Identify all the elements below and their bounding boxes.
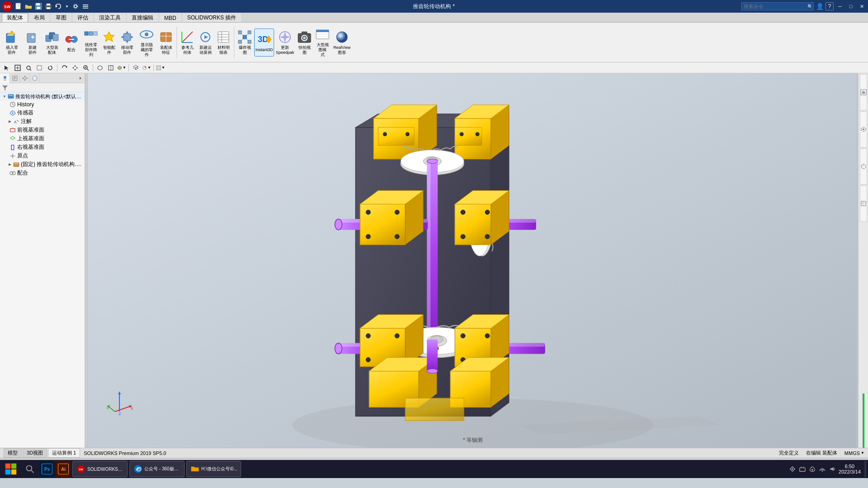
model-tab[interactable]: 模型: [4, 448, 22, 458]
rotate-view-btn[interactable]: [59, 63, 69, 72]
solidworks-taskbar-btn[interactable]: SW SOLIDWORKS P...: [72, 461, 128, 477]
start-btn[interactable]: [2, 461, 20, 477]
bom-btn[interactable]: 材料明细表: [215, 28, 232, 57]
ref-geometry-btn[interactable]: 参考几何体: [179, 28, 196, 57]
undo-btn[interactable]: [54, 2, 62, 10]
smart-fastener-btn[interactable]: 智能配件: [100, 28, 118, 57]
tray-icon-2[interactable]: [799, 465, 806, 473]
taskbar: Ps Ai SW SOLIDWORKS P... 公众号 - 360极速... …: [0, 460, 868, 478]
zoom-fit-btn[interactable]: [13, 63, 23, 72]
minimize-btn[interactable]: ─: [835, 3, 844, 10]
right-tab-3[interactable]: [860, 148, 867, 185]
property-tab[interactable]: [10, 73, 20, 83]
search-input[interactable]: [741, 2, 814, 10]
options-btn[interactable]: [71, 2, 80, 10]
tree-item-sensor[interactable]: 传感器: [0, 109, 85, 117]
extras-btn[interactable]: [81, 2, 90, 10]
files-taskbar-btn[interactable]: H:\微信公众号\0...: [186, 461, 241, 477]
tree-item-origin[interactable]: 原点: [0, 152, 85, 160]
svg-rect-31: [89, 32, 93, 35]
tab-assembly[interactable]: 装配体: [2, 13, 28, 22]
user-icon[interactable]: 👤: [816, 2, 824, 10]
select-arrow-btn[interactable]: [2, 63, 12, 72]
tab-render[interactable]: 渲染工具: [94, 13, 126, 22]
view-settings-btn[interactable]: ▼: [156, 63, 166, 72]
tray-icon-3[interactable]: [809, 465, 816, 473]
large-view-btn[interactable]: 大型视图模式: [314, 28, 331, 57]
zoom-view-btn[interactable]: [81, 63, 91, 72]
undo-dropdown[interactable]: ▼: [64, 2, 70, 10]
explode-view-btn[interactable]: 爆炸视图: [236, 28, 253, 57]
help-btn[interactable]: ?: [825, 2, 834, 10]
open-file-btn[interactable]: [24, 2, 33, 10]
display-style-btn[interactable]: ▼: [117, 63, 127, 72]
tree-root[interactable]: ▼ 推齿轮传动机构 (默认<默认_显示状态-: [0, 92, 85, 100]
svg-marker-39: [121, 36, 123, 38]
search-taskbar-btn[interactable]: [22, 461, 38, 477]
snapshot-btn[interactable]: 快拍视图: [296, 28, 313, 57]
photoshop-btn[interactable]: Ps: [40, 461, 54, 477]
tray-icon-1[interactable]: [789, 465, 796, 473]
viewport[interactable]: Z X Y * 等轴测: [88, 73, 858, 448]
right-tab-1[interactable]: [860, 74, 867, 110]
tab-plugins[interactable]: SOLIDWORKS 插件: [182, 13, 242, 22]
instant3d-btn[interactable]: 3D Instant3D: [254, 28, 274, 57]
right-accent-tab[interactable]: [863, 393, 864, 448]
assembly-feature-btn[interactable]: 装配体特征: [157, 28, 175, 57]
box-select-btn[interactable]: [34, 63, 44, 72]
config-tab[interactable]: [20, 73, 30, 83]
large-assembly-btn[interactable]: 大型装配体: [43, 28, 61, 57]
panel-expand-arrow[interactable]: [76, 73, 85, 83]
volume-icon[interactable]: [829, 465, 836, 473]
new-file-btn[interactable]: [14, 2, 23, 10]
tab-layout[interactable]: 布局: [29, 13, 50, 22]
tree-item-front-plane[interactable]: 前视基准面: [0, 126, 85, 134]
insert-component-btn[interactable]: 插入零 部件: [2, 28, 22, 57]
show-hide-btn[interactable]: 显示隐藏的零件: [137, 28, 157, 57]
speedpak-btn[interactable]: 更新Speedpak: [275, 28, 295, 57]
print-btn[interactable]: [44, 2, 52, 10]
svg-rect-59: [238, 40, 242, 43]
right-tab-4[interactable]: [860, 185, 867, 222]
motion-tab[interactable]: 运动算例 1: [48, 448, 80, 458]
edge-taskbar-btn[interactable]: 公众号 - 360极速...: [129, 461, 185, 477]
clock[interactable]: 6:50 2022/3/14: [839, 464, 861, 474]
appearance-btn[interactable]: ▼: [142, 63, 152, 72]
section-view-btn[interactable]: [106, 63, 116, 72]
tab-sketch[interactable]: 草图: [51, 13, 71, 22]
display-tab[interactable]: [30, 73, 40, 83]
3d-display-btn[interactable]: [95, 63, 105, 72]
tree-item-mate[interactable]: 配合: [0, 169, 85, 177]
tab-evaluate[interactable]: 评估: [72, 13, 93, 22]
svg-rect-74: [316, 30, 329, 32]
select-mode-btn[interactable]: [24, 63, 33, 72]
network-icon[interactable]: [819, 465, 826, 473]
pan-view-btn[interactable]: [70, 63, 80, 72]
lasso-select-btn[interactable]: [45, 63, 55, 72]
tree-item-right-plane[interactable]: 右视基准面: [0, 143, 85, 152]
tree-item-top-plane[interactable]: 上视基准面: [0, 134, 85, 143]
move-component-btn[interactable]: 移动零部件: [119, 28, 136, 57]
3d-view-tab[interactable]: 3D视图: [23, 448, 47, 458]
show-desktop-btn[interactable]: [864, 461, 866, 477]
svg-point-77: [337, 32, 347, 43]
tree-item-assembly-component[interactable]: ▶ (固定) 推齿轮传动机构.STEP<1> (推: [0, 160, 85, 169]
tab-mbd[interactable]: MBD: [159, 13, 181, 22]
save-btn[interactable]: [34, 2, 43, 10]
mate-btn[interactable]: 配合: [62, 28, 81, 57]
feature-tree-tab[interactable]: [0, 73, 10, 83]
maximize-btn[interactable]: □: [846, 3, 855, 10]
close-btn[interactable]: ✕: [857, 3, 866, 10]
tree-item-annotations[interactable]: ▶ A 注解: [0, 117, 85, 126]
hide-planes-btn[interactable]: [131, 63, 141, 72]
linear-pattern-btn[interactable]: 线性零部件阵列: [82, 28, 100, 57]
illustrator-btn[interactable]: Ai: [56, 461, 71, 477]
motion-study-btn[interactable]: 新建运动算例: [197, 28, 214, 57]
realview-btn[interactable]: RealView图形: [332, 28, 352, 57]
new-component-btn[interactable]: 新建部件: [23, 28, 43, 57]
units-display[interactable]: MMGS ▼: [844, 450, 864, 456]
tab-direct[interactable]: 直接编辑: [127, 13, 158, 22]
tree-item-history[interactable]: History: [0, 100, 85, 109]
right-tab-2[interactable]: [860, 111, 867, 147]
root-label: 推齿轮传动机构 (默认<默认_显示状态-: [15, 93, 83, 100]
